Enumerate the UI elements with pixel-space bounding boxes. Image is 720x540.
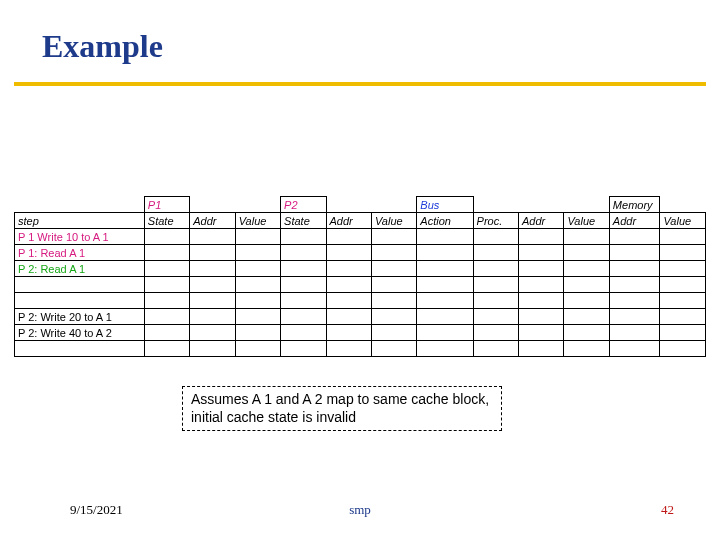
data-cell [281,229,326,245]
data-cell [281,261,326,277]
header-value: Value [371,213,416,229]
data-cell [326,277,371,293]
data-cell [190,277,235,293]
data-cell [144,277,189,293]
table-row: P 2: Read A 1 [15,261,706,277]
data-cell [564,229,609,245]
data-cell [235,277,280,293]
data-cell [473,261,518,277]
data-cell [609,261,660,277]
header-p2: P2 [281,197,326,213]
data-cell [609,245,660,261]
data-cell [144,229,189,245]
footer-page: 42 [661,502,674,518]
data-cell [417,261,473,277]
table-row: P 2: Write 40 to A 2 [15,325,706,341]
step-cell: P 2: Write 20 to A 1 [15,309,145,325]
data-cell [609,229,660,245]
data-cell [564,277,609,293]
data-cell [519,341,564,357]
step-cell [15,341,145,357]
data-cell [519,261,564,277]
data-cell [660,309,706,325]
data-cell [564,261,609,277]
step-cell: P 2: Read A 1 [15,261,145,277]
header-p1: P1 [144,197,189,213]
data-cell [473,245,518,261]
table-row [15,341,706,357]
data-cell [660,293,706,309]
data-cell [609,341,660,357]
page-title: Example [42,28,163,65]
header-value: Value [235,213,280,229]
data-cell [660,229,706,245]
group-header-row: P1 P2 Bus Memory [15,197,706,213]
step-cell: P 2: Write 40 to A 2 [15,325,145,341]
data-cell [417,341,473,357]
data-cell [417,245,473,261]
step-cell [15,277,145,293]
data-cell [519,277,564,293]
table-row [15,293,706,309]
data-cell [326,229,371,245]
data-cell [417,293,473,309]
table-row [15,277,706,293]
data-cell [660,341,706,357]
data-cell [660,245,706,261]
data-cell [660,325,706,341]
data-cell [371,277,416,293]
data-cell [235,309,280,325]
data-cell [190,293,235,309]
table-row: P 1 Write 10 to A 1 [15,229,706,245]
header-addr: Addr [190,213,235,229]
data-cell [281,245,326,261]
data-cell [609,325,660,341]
data-cell [235,245,280,261]
data-cell [371,229,416,245]
data-cell [190,309,235,325]
data-cell [235,293,280,309]
data-cell [144,261,189,277]
header-value: Value [564,213,609,229]
header-proc: Proc. [473,213,518,229]
data-cell [473,341,518,357]
data-cell [371,309,416,325]
header-value: Value [660,213,706,229]
data-cell [609,277,660,293]
data-cell [417,277,473,293]
table-row: P 2: Write 20 to A 1 [15,309,706,325]
footer-center: smp [0,502,720,518]
data-cell [190,261,235,277]
column-header-row: step State Addr Value State Addr Value A… [15,213,706,229]
data-cell [660,261,706,277]
data-cell [519,245,564,261]
header-action: Action [417,213,473,229]
data-cell [144,293,189,309]
data-cell [371,245,416,261]
data-cell [519,309,564,325]
data-cell [564,293,609,309]
data-cell [190,229,235,245]
data-cell [609,293,660,309]
data-cell [371,261,416,277]
step-cell [15,293,145,309]
data-cell [190,325,235,341]
data-cell [473,229,518,245]
data-cell [564,309,609,325]
header-memory: Memory [609,197,660,213]
data-cell [564,325,609,341]
data-cell [564,341,609,357]
header-state: State [281,213,326,229]
data-cell [473,309,518,325]
data-cell [519,293,564,309]
data-cell [144,341,189,357]
step-cell: P 1: Read A 1 [15,245,145,261]
data-cell [371,341,416,357]
assumption-note: Assumes A 1 and A 2 map to same cache bl… [182,386,502,431]
data-cell [326,261,371,277]
data-cell [519,325,564,341]
data-cell [473,293,518,309]
data-cell [473,325,518,341]
data-cell [564,245,609,261]
data-cell [281,277,326,293]
